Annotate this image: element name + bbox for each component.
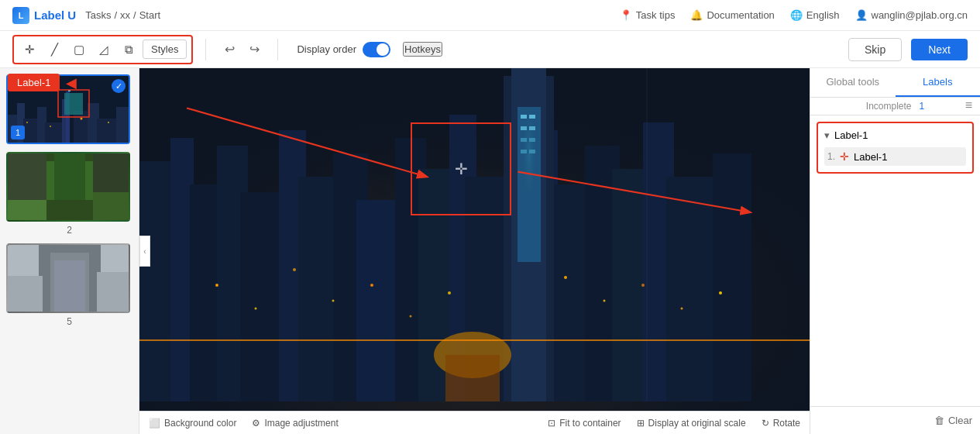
main-content: ✓ 1 2: [0, 68, 980, 434]
svg-rect-31: [97, 272, 130, 313]
breadcrumb: Tasks / xx / Start: [85, 9, 160, 21]
undo-button[interactable]: ↩: [218, 39, 240, 60]
thumbnail-image-5: [6, 243, 130, 313]
breadcrumb-tasks[interactable]: Tasks: [85, 9, 111, 21]
settings-icon: ⚙: [252, 418, 260, 429]
thumbnail-item-5[interactable]: 5: [6, 243, 132, 327]
hotkeys-button[interactable]: Hotkeys: [403, 42, 442, 57]
background-color-label: Background color: [164, 418, 236, 429]
svg-rect-64: [529, 138, 535, 142]
fit-to-container-label: Fit to container: [559, 418, 621, 429]
label-tag[interactable]: Label-1: [8, 74, 60, 91]
thumbnail-sidebar: ✓ 1 2: [0, 68, 139, 434]
svg-rect-30: [8, 276, 43, 313]
svg-point-75: [603, 300, 606, 302]
canvas-collapse-btn[interactable]: ‹: [139, 236, 150, 267]
svg-rect-24: [8, 153, 46, 200]
app-title: Label U: [34, 9, 76, 22]
background-color-item[interactable]: ⬜ Background color: [149, 418, 236, 429]
clear-button[interactable]: 🗑 Clear: [934, 415, 972, 426]
breadcrumb-start[interactable]: Start: [139, 9, 160, 21]
label-group-1: ▾ Label-1 1. ✛ Label-1: [817, 122, 974, 174]
display-order-toggle[interactable]: [363, 42, 390, 57]
canvas-area: ‹: [139, 68, 810, 434]
fit-icon: ⊡: [548, 418, 555, 429]
divider-1: [205, 39, 206, 60]
right-panel: Global tools Labels Incomplete 1 ≡ ▾ Lab…: [810, 68, 980, 434]
options-icon[interactable]: ≡: [965, 98, 972, 112]
image-adjustment-item[interactable]: ⚙ Image adjustment: [252, 418, 338, 429]
cursor-tool[interactable]: ✛: [19, 39, 40, 60]
label-group-header: ▾ Label-1: [824, 129, 966, 141]
nav-right: 📍 Task tips 🔔 Documentation 🌐 English 👤 …: [620, 9, 968, 21]
pen-tool[interactable]: ╱: [43, 39, 65, 60]
svg-point-13: [26, 122, 28, 123]
svg-point-14: [50, 126, 51, 127]
svg-point-77: [681, 308, 683, 310]
annotation-box[interactable]: ✛: [411, 122, 511, 215]
task-tips-item[interactable]: 📍 Task tips: [620, 9, 676, 21]
svg-rect-22: [93, 192, 130, 222]
svg-rect-5: [45, 122, 64, 144]
logo[interactable]: L Label U: [12, 7, 76, 24]
svg-rect-29: [54, 260, 85, 313]
breadcrumb-xx[interactable]: xx: [120, 9, 130, 21]
svg-rect-61: [521, 126, 527, 130]
divider-2: [277, 39, 278, 60]
thumbnail-image-2: [6, 152, 130, 222]
styles-button[interactable]: Styles: [143, 40, 187, 59]
rotate-item[interactable]: ↻ Rotate: [762, 418, 800, 429]
language-item[interactable]: 🌐 English: [790, 9, 840, 21]
svg-rect-18: [64, 93, 83, 115]
horizontal-guideline: [139, 339, 810, 341]
user-label: wanglin@pjlab.org.cn: [872, 9, 968, 21]
svg-rect-59: [521, 115, 527, 119]
task-tips-label: Task tips: [636, 9, 676, 21]
rect-tool[interactable]: ▢: [68, 39, 90, 60]
display-original-scale-label: Display at original scale: [648, 418, 746, 429]
background-color-icon: ⬜: [149, 418, 160, 429]
fit-to-container-item[interactable]: ⊡ Fit to container: [548, 418, 621, 429]
polygon-tool[interactable]: ◿: [93, 39, 115, 60]
status-label: Incomplete: [866, 101, 912, 112]
svg-point-78: [719, 291, 722, 294]
city-background-svg: [139, 68, 810, 411]
main-image[interactable]: ✛: [139, 68, 810, 411]
translate-icon: 🌐: [790, 9, 803, 21]
rotate-label: Rotate: [773, 418, 800, 429]
tab-labels[interactable]: Labels: [896, 68, 981, 97]
display-order-label: Display order: [297, 43, 356, 55]
label-tag-container: Label-1 ◀: [8, 74, 77, 91]
next-button[interactable]: Next: [911, 39, 968, 60]
svg-rect-12: [116, 107, 130, 144]
skip-button[interactable]: Skip: [848, 38, 902, 61]
display-order-group: Display order: [297, 42, 390, 57]
thumb-check-1: ✓: [112, 79, 126, 93]
original-scale-icon: ⊞: [637, 418, 645, 429]
tab-global-tools[interactable]: Global tools: [810, 68, 896, 97]
documentation-item[interactable]: 🔔 Documentation: [690, 9, 774, 21]
svg-rect-23: [54, 153, 85, 200]
svg-point-70: [332, 300, 335, 302]
thumb-label-2: 2: [6, 225, 132, 236]
svg-rect-60: [529, 115, 535, 119]
svg-rect-66: [529, 150, 535, 153]
panel-bottom: 🗑 Clear: [810, 406, 980, 434]
item-number: 1.: [827, 151, 835, 162]
display-original-scale-item[interactable]: ⊞ Display at original scale: [637, 418, 746, 429]
svg-rect-80: [445, 355, 500, 401]
crosshair-icon: ✛: [455, 160, 468, 178]
thumb-wrapper-5: [6, 243, 130, 313]
svg-rect-3: [23, 119, 39, 144]
svg-rect-9: [74, 111, 89, 144]
panel-tabs: Global tools Labels: [810, 68, 980, 98]
thumbnail-item-2[interactable]: 2: [6, 152, 132, 236]
redo-button[interactable]: ↪: [243, 39, 265, 60]
arrow-indicator-icon: ◀: [66, 74, 77, 91]
copy-tool[interactable]: ⧉: [118, 39, 139, 60]
chevron-down-icon: ▾: [824, 129, 830, 141]
label-item-1[interactable]: 1. ✛ Label-1: [824, 147, 966, 166]
svg-point-15: [81, 118, 83, 120]
user-item[interactable]: 👤 wanglin@pjlab.org.cn: [855, 9, 968, 21]
image-adjustment-label: Image adjustment: [264, 418, 338, 429]
